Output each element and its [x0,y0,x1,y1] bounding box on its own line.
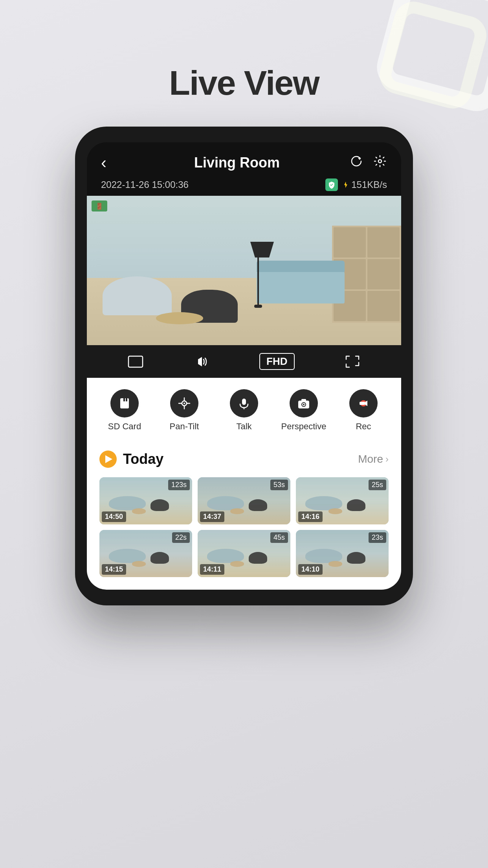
video-thumb[interactable]: 14:50 123s [99,477,192,524]
video-thumb[interactable]: 14:10 23s [296,530,389,577]
svg-rect-6 [126,398,127,401]
video-thumbnail-grid: 14:50 123s 14:37 53s 14:16 25s [99,477,389,577]
svg-rect-15 [360,402,365,405]
thumb-time: 14:16 [298,511,323,522]
thumb-duration: 25s [369,480,386,490]
room-scene: 🚪 [87,196,401,345]
header-icons [349,154,387,172]
thumb-duration: 123s [168,480,190,490]
action-talk[interactable]: Talk [214,389,274,432]
thumb-time: 14:10 [298,564,323,575]
phone-frame: ‹ Living Room [75,127,413,605]
more-button[interactable]: More › [358,453,389,465]
play-triangle [105,455,112,463]
room-chair1 [103,276,172,315]
video-controls: FHD [87,345,401,378]
video-thumb[interactable]: 14:16 25s [296,477,389,524]
talk-label: Talk [236,421,251,432]
thumb-duration: 23s [369,532,386,543]
today-header: Today More › [99,451,389,468]
record-icon [349,389,378,417]
thumb-duration: 53s [270,480,288,490]
microphone-icon [230,389,258,417]
sd-card-label: SD Card [108,421,141,432]
svg-point-13 [303,404,305,405]
svg-rect-3 [198,359,202,364]
thumb-time: 14:11 [200,564,224,575]
play-icon-yellow [99,451,117,468]
record-label: Rec [356,421,371,432]
video-thumb[interactable]: 14:11 45s [198,530,290,577]
shield-icon [325,178,338,191]
lamp-pole [257,257,259,305]
today-left: Today [99,451,163,468]
phone-screen: ‹ Living Room [87,142,401,590]
today-label: Today [123,451,163,467]
camera-icon [290,389,318,417]
video-thumb[interactable]: 14:37 53s [198,477,290,524]
chevron-right-icon: › [385,454,389,465]
thumb-time: 14:15 [102,564,126,575]
action-perspective[interactable]: Perspective [274,389,334,432]
svg-point-8 [183,403,185,404]
thumb-time: 14:50 [102,511,126,522]
page-title: Live View [169,63,319,103]
action-record[interactable]: Rec [334,389,393,432]
more-text: More [358,453,383,465]
svg-point-0 [378,160,382,163]
status-datetime: 2022-11-26 15:00:36 [101,179,189,190]
corner-decoration [372,0,488,116]
today-section: Today More › 14:50 123s [87,440,401,590]
room-lamp [250,242,266,308]
sd-card-icon [110,389,139,417]
pan-tilt-label: Pan-Tilt [170,421,199,432]
bottom-actions: SD Card Pan-Tilt [87,378,401,440]
status-bar: 2022-11-26 15:00:36 151KB/s [87,178,401,196]
action-pan-tilt[interactable]: Pan-Tilt [154,389,214,432]
camera-name-title: Living Room [125,154,349,171]
action-sd-card[interactable]: SD Card [95,389,154,432]
thumb-duration: 45s [270,532,288,543]
back-button[interactable]: ‹ [101,153,125,172]
svg-rect-1 [128,356,143,367]
fullscreen-button[interactable] [345,355,360,369]
status-speed: 151KB/s [342,179,387,190]
shelf-box [367,259,400,289]
svg-rect-9 [242,399,246,405]
sofa-back [257,261,345,272]
room-table [156,312,203,324]
audio-button[interactable] [193,355,209,369]
room-sofa [257,270,345,303]
shelf-box [367,291,400,321]
perspective-label: Perspective [281,421,327,432]
settings-button[interactable] [373,154,387,172]
refresh-button[interactable] [349,154,363,172]
exit-sign: 🚪 [92,200,107,211]
quality-button[interactable]: FHD [259,353,294,370]
thumb-duration: 22s [172,532,190,543]
svg-rect-5 [123,398,125,401]
thumb-time: 14:37 [200,511,224,522]
shelf-box [367,227,400,257]
video-thumb[interactable]: 14:15 22s [99,530,192,577]
lamp-base [254,305,262,308]
corner-decoration2 [375,0,488,113]
video-feed: 🚪 [87,196,401,345]
shelf-box [334,227,366,257]
screen-header: ‹ Living Room [87,142,401,178]
aspect-ratio-button[interactable] [128,355,143,368]
status-right: 151KB/s [325,178,387,191]
pan-tilt-icon [170,389,198,417]
